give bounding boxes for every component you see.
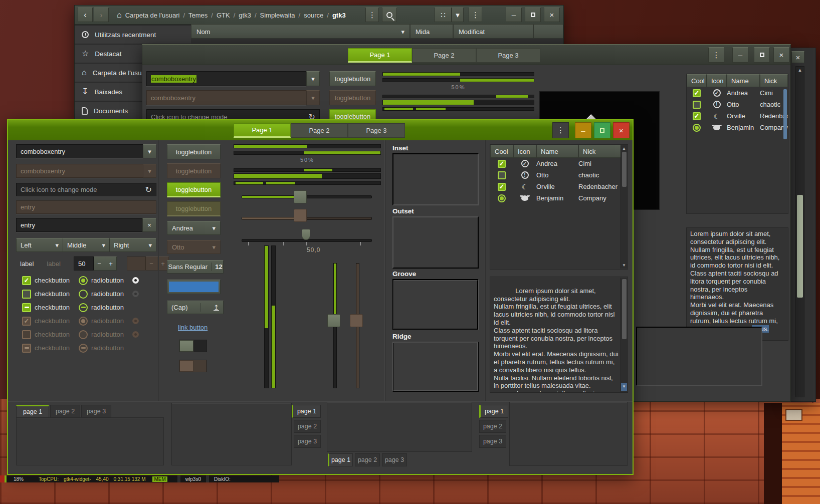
vscale-handle[interactable] xyxy=(327,314,340,327)
tree-col-icon[interactable]: Icon xyxy=(513,145,536,158)
combo-left[interactable]: Left▾ xyxy=(16,238,63,252)
close-button[interactable]: × xyxy=(613,122,630,138)
tree-row[interactable]: BenjaminCompany xyxy=(687,122,788,133)
notebook1-tab-page1[interactable]: page 1 xyxy=(16,405,49,418)
breadcrumb-part[interactable]: Simplewaita xyxy=(260,12,295,19)
spinbutton[interactable]: 50 − + xyxy=(74,257,117,271)
checkbox-checked[interactable]: ✓ xyxy=(498,160,506,168)
maximize-button[interactable] xyxy=(594,122,610,138)
breadcrumb-part[interactable]: source xyxy=(304,12,323,19)
clear-entry-button[interactable]: × xyxy=(142,218,156,232)
close-button[interactable]: × xyxy=(791,51,804,63)
notebook4-tab-page1[interactable]: page 1 xyxy=(479,405,508,418)
maximize-button[interactable] xyxy=(525,8,541,22)
mode-entry[interactable]: Click icon to change mode ↻ xyxy=(16,183,156,196)
file-chooser-button[interactable]: (Cap)↥ xyxy=(167,301,224,314)
scroll-up-icon[interactable]: ▲ xyxy=(622,146,626,151)
column-name[interactable]: Nom▾ xyxy=(191,25,410,39)
checkbox-unchecked[interactable] xyxy=(693,101,701,109)
maximize-button[interactable] xyxy=(754,47,770,63)
radio-selected[interactable] xyxy=(79,276,88,285)
breadcrumb-part[interactable]: Carpeta de l'usuari xyxy=(125,12,180,19)
notebook2-tab-page1[interactable]: page 1 xyxy=(292,405,321,418)
checkbox-indeterminate[interactable] xyxy=(22,303,31,312)
column-size[interactable]: Mida xyxy=(410,25,453,39)
combobox-andrea[interactable]: Andrea▾ xyxy=(167,221,221,235)
scroll-down-icon[interactable]: ▼ xyxy=(621,383,627,391)
tree-row[interactable]: BenjaminCompany xyxy=(490,192,628,204)
spin-minus-button[interactable]: − xyxy=(94,257,105,271)
combo-middle[interactable]: Middle▾ xyxy=(63,238,110,252)
notebook3-tab-page1[interactable]: page 1 xyxy=(328,453,353,466)
comboboxentry-text[interactable]: comboboxentry xyxy=(21,148,65,155)
tree-col-name[interactable]: Name xyxy=(536,145,578,158)
tab-page1[interactable]: Page 1 xyxy=(348,48,412,63)
comboboxentry[interactable]: comboboxentry ▾ xyxy=(146,71,320,86)
scroll-up-icon[interactable]: ▲ xyxy=(798,68,802,73)
tree-col-name[interactable]: Name xyxy=(727,74,760,87)
checkbox-checked[interactable]: ✓ xyxy=(22,276,31,285)
notebook3-tab-page2[interactable]: page 2 xyxy=(355,453,380,466)
tree-row[interactable]: ! Ottochaotic xyxy=(490,169,628,181)
close-button[interactable]: × xyxy=(773,47,789,63)
checkbox-unchecked[interactable] xyxy=(22,290,31,299)
breadcrumb[interactable]: ⌂ Carpeta de l'usuari/ Temes/ GTK/ gtk3/… xyxy=(117,6,346,25)
spin-plus-button[interactable]: + xyxy=(105,257,117,271)
scroll-down-icon[interactable]: ▼ xyxy=(622,263,626,268)
tree-col-nick[interactable]: Nick xyxy=(578,145,621,158)
comboboxentry-text[interactable]: comboboxentry xyxy=(151,75,196,83)
combo-right[interactable]: Right▾ xyxy=(110,238,156,252)
radio-unselected[interactable] xyxy=(79,290,88,299)
tab-page2[interactable]: Page 2 xyxy=(291,123,348,138)
window-menu-button[interactable]: ⋮ xyxy=(469,8,482,22)
scrollbar[interactable]: ▼ xyxy=(621,278,627,392)
menu-button[interactable]: ⋮ xyxy=(552,122,569,138)
minimize-button[interactable]: – xyxy=(506,8,522,22)
tree-col-cool[interactable]: Cool xyxy=(687,74,707,87)
scrollbar-thumb[interactable] xyxy=(797,195,803,298)
refresh-icon[interactable]: ↻ xyxy=(145,185,152,194)
tree-row[interactable]: ✓ ☾ OrvilleRedenbacher xyxy=(687,110,788,122)
comboboxentry[interactable]: comboboxentry ▾ xyxy=(16,144,156,158)
notebook1-tab-page2[interactable]: page 2 xyxy=(50,405,80,418)
small-radio[interactable] xyxy=(132,277,139,284)
close-button[interactable]: × xyxy=(544,8,560,22)
notebook2-tab-page3[interactable]: page 3 xyxy=(294,435,321,448)
search-button[interactable] xyxy=(382,8,397,22)
checkbox-checked[interactable]: ✓ xyxy=(693,89,701,97)
notebook1-tab-page3[interactable]: page 3 xyxy=(81,405,111,418)
link-button[interactable]: link button xyxy=(178,324,208,331)
scrollbar[interactable]: ▲ xyxy=(795,66,804,397)
hscale[interactable] xyxy=(242,195,372,198)
togglebutton-active[interactable]: togglebutton xyxy=(167,182,221,197)
togglebutton[interactable]: togglebutton xyxy=(167,144,221,159)
hscale-handle[interactable] xyxy=(302,229,310,240)
color-button[interactable] xyxy=(167,280,221,294)
breadcrumb-part[interactable]: GTK xyxy=(217,12,230,19)
combo-arrow-button[interactable]: ▾ xyxy=(306,71,320,86)
textview[interactable]: Lorem ipsum dolor sit amet, consectetur … xyxy=(490,277,628,393)
scrollbar[interactable]: ▲ ▼ xyxy=(621,145,627,269)
breadcrumb-part[interactable]: gtk3 xyxy=(239,12,251,19)
minimize-button[interactable]: – xyxy=(732,47,748,63)
forward-button[interactable]: › xyxy=(94,8,109,22)
togglebutton[interactable]: togglebutton xyxy=(329,71,376,86)
radio-selected[interactable] xyxy=(498,194,506,202)
tree-col-cool[interactable]: Cool xyxy=(490,145,513,158)
scrollbar-thumb[interactable] xyxy=(783,89,787,139)
radio-indeterminate[interactable] xyxy=(79,303,88,312)
checkbox-checked[interactable]: ✓ xyxy=(498,183,506,191)
breadcrumb-part[interactable]: Temes xyxy=(188,12,208,19)
tree-row[interactable]: ✓ ☾ OrvilleRedenbacher xyxy=(490,181,628,192)
tree-row[interactable]: ✓ ✓ AndreaCimi xyxy=(490,158,628,169)
menu-button[interactable]: ⋮ xyxy=(708,47,724,63)
minimize-button[interactable]: – xyxy=(575,122,591,138)
tree-row[interactable]: ! Ottochaotic xyxy=(687,99,788,110)
entry-text[interactable]: entry xyxy=(21,221,35,229)
small-radio[interactable] xyxy=(132,291,139,297)
scrollbar-thumb[interactable] xyxy=(622,279,627,339)
tab-page3[interactable]: Page 3 xyxy=(476,48,540,63)
tab-page2[interactable]: Page 2 xyxy=(412,48,476,63)
spin-value[interactable]: 50 xyxy=(74,257,94,271)
hscale-handle[interactable] xyxy=(294,190,307,203)
